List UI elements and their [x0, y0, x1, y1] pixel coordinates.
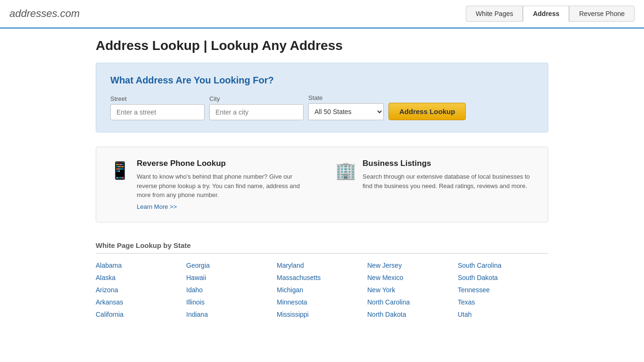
state-link[interactable]: New Mexico: [367, 272, 458, 283]
street-input[interactable]: [110, 104, 205, 120]
logo: addresses.com: [9, 8, 80, 20]
reverse-phone-description: Want to know who's behind that phone num…: [137, 172, 308, 200]
state-link[interactable]: Georgia: [186, 260, 277, 271]
state-link[interactable]: Tennessee: [458, 285, 548, 295]
state-link[interactable]: Indiana: [186, 309, 277, 320]
state-link[interactable]: New York: [367, 285, 458, 295]
state-link[interactable]: Massachusetts: [277, 272, 367, 283]
state-link[interactable]: Arkansas: [96, 297, 186, 307]
city-label: City: [209, 95, 304, 102]
state-link[interactable]: Idaho: [186, 285, 277, 295]
business-listings-card: 🏢 Business Listings Search through our e…: [336, 159, 534, 210]
state-link[interactable]: Alabama: [96, 260, 186, 271]
business-title: Business Listings: [363, 159, 534, 168]
state-link[interactable]: Utah: [458, 309, 548, 320]
nav-tab-white-pages[interactable]: White Pages: [466, 6, 523, 22]
business-content: Business Listings Search through our ext…: [363, 159, 534, 193]
state-link[interactable]: North Dakota: [367, 309, 458, 320]
state-link[interactable]: North Carolina: [367, 297, 458, 307]
address-lookup-button[interactable]: Address Lookup: [388, 103, 466, 120]
reverse-phone-card: 📱 Reverse Phone Lookup Want to know who'…: [110, 159, 308, 210]
state-link[interactable]: Michigan: [277, 285, 367, 295]
street-label: Street: [110, 95, 205, 102]
state-link[interactable]: Hawaii: [186, 272, 277, 283]
state-link[interactable]: Illinois: [186, 297, 277, 307]
city-input[interactable]: [209, 104, 304, 120]
state-link[interactable]: Mississippi: [277, 309, 367, 320]
search-box: What Address Are You Looking For? Street…: [96, 63, 548, 132]
business-description: Search through our extensive database of…: [363, 172, 534, 190]
state-link[interactable]: California: [96, 309, 186, 320]
nav-tab-address[interactable]: Address: [523, 6, 569, 22]
state-link[interactable]: Alaska: [96, 272, 186, 283]
state-link[interactable]: South Dakota: [458, 272, 548, 283]
header: addresses.com White Pages Address Revers…: [0, 0, 644, 29]
state-link[interactable]: Maryland: [277, 260, 367, 271]
city-field-group: City: [209, 95, 304, 120]
search-heading: What Address Are You Looking For?: [110, 75, 534, 86]
street-field-group: Street: [110, 95, 205, 120]
state-link[interactable]: Minnesota: [277, 297, 367, 307]
reverse-phone-title: Reverse Phone Lookup: [137, 159, 308, 168]
state-link[interactable]: Arizona: [96, 285, 186, 295]
state-link[interactable]: New Jersey: [367, 260, 458, 271]
state-field-group: State All 50 StatesAlabamaAlaskaArizonaA…: [308, 94, 384, 120]
search-form: Street City State All 50 StatesAlabamaAl…: [110, 94, 534, 120]
state-lookup-heading: White Page Lookup by State: [96, 241, 548, 254]
nav-tab-reverse-phone[interactable]: Reverse Phone: [569, 6, 635, 22]
info-cards: 📱 Reverse Phone Lookup Want to know who'…: [96, 147, 548, 222]
state-select[interactable]: All 50 StatesAlabamaAlaskaArizonaArkansa…: [308, 103, 384, 120]
main-content: Address Lookup | Lookup Any Address What…: [86, 29, 558, 329]
reverse-phone-content: Reverse Phone Lookup Want to know who's …: [137, 159, 308, 210]
state-grid: AlabamaGeorgiaMarylandNew JerseySouth Ca…: [96, 260, 548, 320]
learn-more-link[interactable]: Learn More >>: [137, 203, 177, 210]
state-link[interactable]: South Carolina: [458, 260, 548, 271]
page-title: Address Lookup | Lookup Any Address: [96, 38, 548, 53]
nav-tabs: White Pages Address Reverse Phone: [466, 6, 635, 22]
state-link[interactable]: Texas: [458, 297, 548, 307]
business-icon: 🏢: [336, 159, 355, 182]
state-lookup: White Page Lookup by State AlabamaGeorgi…: [96, 241, 548, 320]
state-label: State: [308, 94, 384, 101]
phone-icon: 📱: [110, 159, 129, 182]
